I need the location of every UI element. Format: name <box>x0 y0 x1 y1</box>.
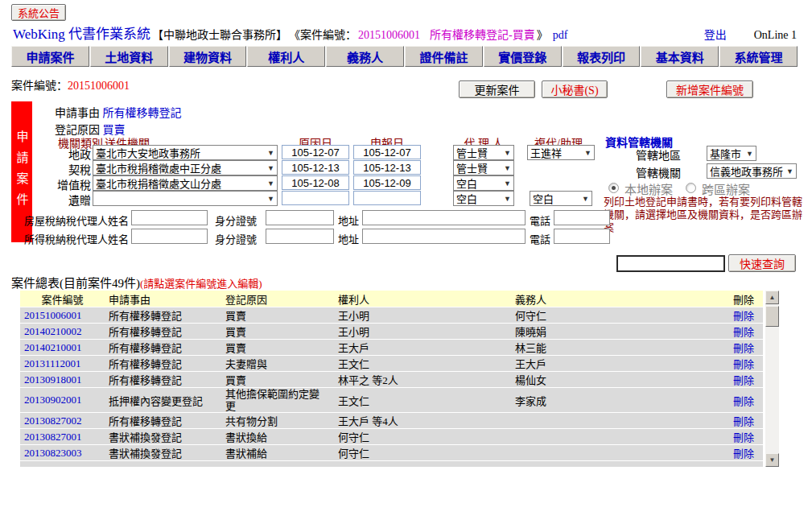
delete-link[interactable]: 刪除 <box>724 372 763 387</box>
house-tax-agent-name-input[interactable] <box>131 210 208 225</box>
report-date-input-deed-tax[interactable] <box>353 160 421 175</box>
pdf-link[interactable]: pdf <box>553 29 568 42</box>
select-value: 臺北市稅捐稽徵處文山分處 <box>96 175 221 191</box>
nav-item-apply-case[interactable]: 申請案件 <box>11 46 89 67</box>
deputy-select[interactable]: 王進祥 ▼ <box>527 145 595 160</box>
cause-date-input-deed-tax[interactable] <box>282 160 349 175</box>
row-label-value-tax: 增值稅 <box>24 176 91 192</box>
cell-cause: 書狀補給 <box>221 445 334 460</box>
case-number-link[interactable]: 20130827001 <box>20 431 105 443</box>
income-tax-address-input[interactable] <box>362 229 526 244</box>
agent-select-value-tax[interactable]: 空白 ▼ <box>453 175 514 191</box>
delete-link[interactable]: 刪除 <box>724 413 763 428</box>
nav-item-basic-data[interactable]: 基本資料 <box>641 46 719 67</box>
select-value: 王進祥 <box>530 145 562 160</box>
agency-select-bequest[interactable]: ▼ <box>93 191 278 206</box>
house-tax-id-input[interactable] <box>266 210 334 225</box>
cause-date-input-bequest[interactable] <box>282 191 349 205</box>
nav-item-document-notes[interactable]: 證件備註 <box>405 46 483 67</box>
new-case-button[interactable]: 新增案件編號 <box>666 80 753 98</box>
scroll-down-button[interactable]: ▼ <box>765 453 779 467</box>
dropdown-arrow-icon: ▼ <box>582 195 589 203</box>
nav-item-system-admin[interactable]: 系統管理 <box>719 46 798 67</box>
case-number-link[interactable]: 20151006001 <box>20 309 105 322</box>
jurisdiction-agency-select[interactable]: 信義地政事務所 ▼ <box>707 163 797 179</box>
nav-item-obligee[interactable]: 權利人 <box>247 46 325 67</box>
report-date-input-value-tax[interactable] <box>353 175 421 190</box>
delete-link[interactable]: 刪除 <box>724 324 763 339</box>
quick-search-button[interactable]: 快速查詢 <box>728 254 796 272</box>
case-number-link[interactable]: 20130827002 <box>20 415 105 427</box>
jurisdiction-warning-text: 列印土地登記申請書時，若有要列印料管轄機關，請選擇地區及機關資料，是否跨區辦案 <box>604 196 811 234</box>
webking-app: 系統公告 WebKing 代書作業系統 【中聯地政士聯合事務所】 《案件編號： … <box>0 0 812 528</box>
agent-select-bequest[interactable]: 空白 ▼ <box>453 191 514 206</box>
table-row: 20130827001 書狀補換發登記 書狀換給 何守仁 刪除 <box>20 429 763 444</box>
delete-link[interactable]: 刪除 <box>724 429 763 444</box>
nav-item-land-data[interactable]: 土地資料 <box>90 46 168 67</box>
col-header-obligor: 義務人 <box>511 291 724 307</box>
cause-date-input-value-tax[interactable] <box>282 175 349 190</box>
secretary-button[interactable]: 小秘書(S) <box>542 80 608 98</box>
income-tax-phone-input[interactable] <box>554 229 610 244</box>
income-tax-phone-label: 電話 <box>530 231 550 246</box>
nav-item-building-data[interactable]: 建物資料 <box>169 46 247 67</box>
case-number-link[interactable]: 20140210002 <box>20 325 105 338</box>
cross-region-radio[interactable] <box>686 183 696 193</box>
dropdown-arrow-icon: ▼ <box>504 149 511 157</box>
nav-item-obligor[interactable]: 義務人 <box>326 46 404 67</box>
agency-select-deed-tax[interactable]: 臺北市稅捐稽徵處中正分處 ▼ <box>93 160 278 175</box>
delete-link[interactable]: 刪除 <box>724 393 763 408</box>
cause-date-input-land[interactable] <box>282 145 349 159</box>
scroll-up-button[interactable]: ▲ <box>765 291 779 304</box>
case-number-link[interactable]: 20130918001 <box>20 373 105 386</box>
house-tax-address-input[interactable] <box>362 210 526 225</box>
delete-link[interactable]: 刪除 <box>724 356 763 371</box>
system-announcement-button[interactable]: 系統公告 <box>11 4 66 21</box>
cell-reason: 所有權移轉登記 <box>105 356 221 371</box>
delete-link[interactable]: 刪除 <box>724 307 763 323</box>
table-row: 20130827002 所有權移轉登記 共有物分割 王大戶 等4人 刪除 <box>20 413 763 428</box>
agent-select-land[interactable]: 管士賢 ▼ <box>453 145 514 160</box>
local-case-radio[interactable] <box>608 183 619 193</box>
cell-cause: 買賣 <box>221 307 334 323</box>
quick-search-input[interactable] <box>616 255 725 272</box>
case-number-link[interactable]: 20130823003 <box>20 447 105 460</box>
cell-obligor: 林三能 <box>511 340 724 355</box>
agency-select-value-tax[interactable]: 臺北市稅捐稽徵處文山分處 ▼ <box>93 175 278 191</box>
cell-reason: 所有權移轉登記 <box>105 340 221 355</box>
table-row: 20140210001 所有權移轉登記 買賣 王大戶 林三能 刪除 <box>20 340 763 355</box>
case-list-title: 案件總表(目前案件49件)(請點選案件編號進入編輯) <box>11 274 262 291</box>
logout-link[interactable]: 登出 <box>704 26 727 42</box>
local-case-label: 本地辦案 <box>624 180 673 197</box>
delete-link[interactable]: 刪除 <box>724 340 763 355</box>
house-tax-phone-input[interactable] <box>554 210 610 225</box>
cell-reason: 所有權移轉登記 <box>105 413 221 428</box>
income-tax-id-input[interactable] <box>266 229 334 244</box>
scroll-down-icon: ▼ <box>769 456 776 464</box>
dropdown-arrow-icon: ▼ <box>504 164 511 172</box>
delete-link[interactable]: 刪除 <box>724 445 763 460</box>
deputy-select-bequest[interactable]: 空白 ▼ <box>530 191 592 206</box>
agent-select-deed-tax[interactable]: 管士賢 ▼ <box>453 160 514 175</box>
case-number-link[interactable]: 20130902001 <box>20 394 105 406</box>
case-number-link[interactable]: 20140210001 <box>20 341 105 354</box>
case-number-link[interactable]: 20131112001 <box>20 357 105 370</box>
dropdown-arrow-icon: ▼ <box>267 149 274 157</box>
report-date-input-land[interactable] <box>353 145 421 159</box>
income-tax-address-label: 地址 <box>338 231 359 246</box>
update-case-button[interactable]: 更新案件 <box>459 80 535 98</box>
report-date-input-bequest[interactable] <box>353 191 421 205</box>
case-id-value: 20151006001 <box>68 80 130 92</box>
header-bar: WebKing 代書作業系統 【中聯地政士聯合事務所】 《案件編號： 20151… <box>13 23 800 39</box>
row-label-bequest: 遺贈 <box>24 192 91 208</box>
region-select[interactable]: 基隆市 ▼ <box>707 146 756 161</box>
agency-select-land[interactable]: 臺北市大安地政事務所 ▼ <box>93 145 278 160</box>
table-scrollbar[interactable]: ▲ ▼ <box>765 291 779 467</box>
scrollbar-thumb[interactable] <box>765 306 779 327</box>
cell-cause: 買賣 <box>221 340 334 355</box>
nav-item-price-registration[interactable]: 實價登錄 <box>484 46 562 67</box>
income-tax-agent-name-input[interactable] <box>131 229 208 244</box>
nav-item-report-print[interactable]: 報表列印 <box>563 46 641 67</box>
row-label-deed-tax: 契稅 <box>24 161 91 177</box>
dropdown-arrow-icon: ▼ <box>584 149 591 157</box>
